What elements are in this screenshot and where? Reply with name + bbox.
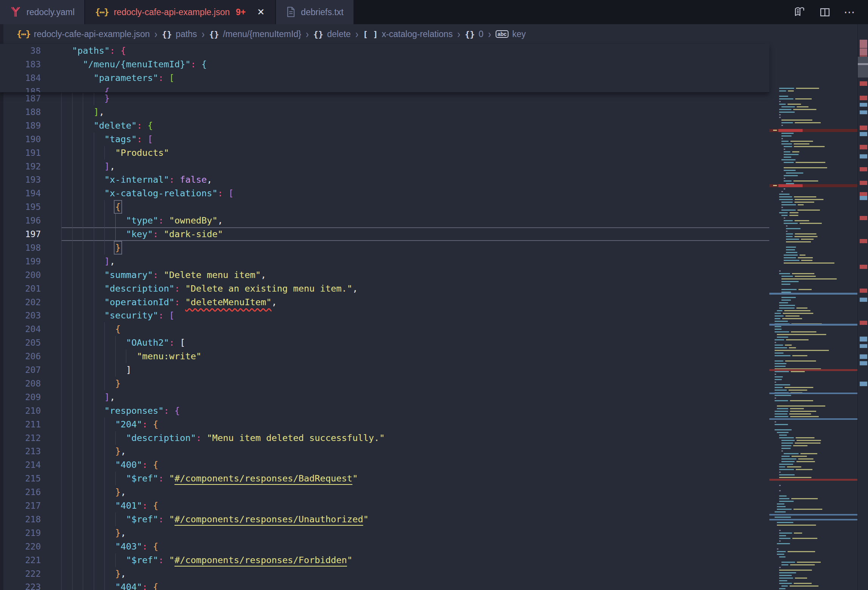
code-text: "description": "Menu item deleted succes… [61, 431, 385, 445]
code-line-221[interactable]: 221 "$ref": "#/components/responses/Forb… [0, 553, 868, 567]
code-line-206[interactable]: 206 "menu:write" [0, 349, 868, 363]
code-line-210[interactable]: 210 "responses": { [0, 404, 868, 418]
tab-json-active[interactable]: {⋯} redocly-cafe-api-example.json 9+ ✕ [85, 0, 275, 24]
code-line-193[interactable]: 193 "x-internal": false, [0, 173, 868, 186]
breadcrumb-item-paths[interactable]: {}paths [162, 29, 197, 39]
code-line-184[interactable]: 184 "parameters": [ [0, 71, 868, 85]
ruler-error-mark [860, 48, 867, 55]
split-editor-icon[interactable] [819, 6, 831, 18]
line-number: 183 [0, 57, 41, 71]
code-text: "Products" [61, 146, 169, 160]
code-line-223[interactable]: 223 "404": { [0, 580, 868, 590]
line-number: 214 [0, 458, 41, 472]
code-line-209[interactable]: 209 ], [0, 390, 868, 404]
code-line-218[interactable]: 218 "$ref": "#/components/responses/Unau… [0, 512, 868, 526]
line-number: 220 [0, 540, 41, 553]
breadcrumb-label: /menu/{menuItemId} [223, 29, 301, 39]
ruler-info-mark [860, 110, 867, 114]
code-line-215[interactable]: 215 "$ref": "#/components/responses/BadR… [0, 472, 868, 485]
breadcrumb-item-index-0[interactable]: {}0 [465, 29, 484, 39]
breadcrumb-label: delete [327, 29, 351, 39]
code-line-217[interactable]: 217 "401": { [0, 499, 868, 512]
code-line-185[interactable]: 185 { [0, 85, 769, 92]
code-line-189[interactable]: 189 "delete": { [0, 119, 868, 132]
code-text: "type": "ownedBy", [61, 214, 223, 227]
code-line-199[interactable]: 199 ], [0, 255, 868, 268]
code-line-208[interactable]: 208 } [0, 377, 868, 390]
tab-label: debriefs.txt [301, 7, 344, 17]
tab-redocly-yaml[interactable]: redocly.yaml [0, 0, 84, 24]
code-line-196[interactable]: 196 "type": "ownedBy", [0, 214, 868, 227]
code-text: }, [61, 444, 126, 458]
line-number: 204 [0, 322, 41, 336]
more-actions-icon[interactable]: ⋯ [844, 6, 855, 18]
code-line-190[interactable]: 190 "tags": [ [0, 132, 868, 146]
code-line-207[interactable]: 207 ] [0, 363, 868, 377]
close-tab-icon[interactable]: ✕ [256, 7, 265, 17]
code-line-203[interactable]: 203 "security": [ [0, 309, 868, 322]
code-line-188[interactable]: 188 ], [0, 105, 868, 119]
line-number: 205 [0, 336, 41, 349]
code-line-219[interactable]: 219 }, [0, 526, 868, 540]
scrollbar-slider[interactable] [858, 57, 868, 78]
code-line-187[interactable]: 187 } [0, 92, 868, 105]
code-line-191[interactable]: 191 "Products" [0, 146, 868, 160]
code-line-202[interactable]: 202 "operationId": "deleteMenuItem", [0, 295, 868, 309]
breadcrumb-item-x-catalog-relations[interactable]: [ ]x-catalog-relations [363, 29, 453, 39]
sticky-line-185[interactable]: 185 { [0, 85, 769, 92]
line-number: 201 [0, 282, 41, 295]
line-number: 193 [0, 173, 41, 186]
code-line-204[interactable]: 204 { [0, 322, 868, 336]
breadcrumb-item-redocly-cafe-api-example-json[interactable]: {⋯}redocly-cafe-api-example.json [17, 29, 150, 39]
overview-ruler[interactable] [857, 24, 868, 590]
tab-debriefs-txt[interactable]: debriefs.txt [276, 0, 353, 24]
sticky-line-38[interactable]: 38 "paths": { [0, 44, 769, 57]
code-line-195[interactable]: 195 { [0, 200, 868, 214]
json-file-icon: {⋯} [17, 29, 30, 39]
chevron-right-icon: › [488, 28, 491, 41]
breadcrumb-item-delete[interactable]: {}delete [313, 29, 351, 39]
line-number: 200 [0, 268, 41, 282]
code-line-211[interactable]: 211 "204": { [0, 418, 868, 431]
ruler-error-mark [860, 321, 867, 325]
ruler-error-mark [860, 145, 867, 149]
code-text: "204": { [61, 418, 158, 431]
ruler-error-mark [860, 239, 867, 243]
minimap[interactable] [769, 86, 857, 590]
ruler-error-mark [860, 126, 867, 130]
code-line-205[interactable]: 205 "OAuth2": [ [0, 336, 868, 349]
code-line-220[interactable]: 220 "403": { [0, 540, 868, 553]
code-line-198[interactable]: 198 } [0, 241, 868, 255]
code-text: "x-internal": false, [61, 173, 212, 186]
code-line-197[interactable]: 197 "key": "dark-side" [0, 227, 868, 241]
code-line-222[interactable]: 222 }, [0, 567, 868, 581]
chevron-right-icon: › [154, 28, 157, 41]
code-text: "$ref": "#/components/responses/Forbidde… [61, 553, 352, 567]
open-preview-icon[interactable] [793, 6, 806, 19]
code-text: "paths": { [61, 44, 126, 57]
sticky-line-183[interactable]: 183 "/menu/{menuItemId}": { [0, 57, 769, 71]
code-line-201[interactable]: 201 "description": "Delete an existing m… [0, 282, 868, 295]
code-text: "menu:write" [61, 349, 202, 363]
code-line-214[interactable]: 214 "400": { [0, 458, 868, 472]
chevron-right-icon: › [355, 28, 358, 41]
line-number: 194 [0, 186, 41, 200]
breadcrumb-item-key[interactable]: abckey [496, 29, 526, 39]
code-line-192[interactable]: 192 ], [0, 160, 868, 173]
code-line-38[interactable]: 38 "paths": { [0, 44, 868, 57]
code-line-194[interactable]: 194 "x-catalog-relations": [ [0, 186, 868, 200]
line-number: 199 [0, 255, 41, 268]
code-line-216[interactable]: 216 }, [0, 485, 868, 499]
sticky-scroll[interactable]: 38 "paths": {183 "/menu/{menuItemId}": {… [0, 44, 769, 93]
code-editor[interactable]: 187 }188 ],189 "delete": {190 "tags": [1… [0, 44, 868, 590]
code-line-200[interactable]: 200 "summary": "Delete menu item", [0, 268, 868, 282]
breadcrumb-item--menu-menuitemid-[interactable]: {}/menu/{menuItemId} [209, 29, 301, 39]
sticky-line-184[interactable]: 184 "parameters": [ [0, 71, 769, 85]
line-number: 191 [0, 146, 41, 160]
line-number: 206 [0, 349, 41, 363]
ruler-error-mark [860, 265, 867, 269]
code-line-183[interactable]: 183 "/menu/{menuItemId}": { [0, 57, 868, 71]
code-line-213[interactable]: 213 }, [0, 444, 868, 458]
code-line-212[interactable]: 212 "description": "Menu item deleted su… [0, 431, 868, 445]
code-text: "delete": { [61, 119, 153, 132]
